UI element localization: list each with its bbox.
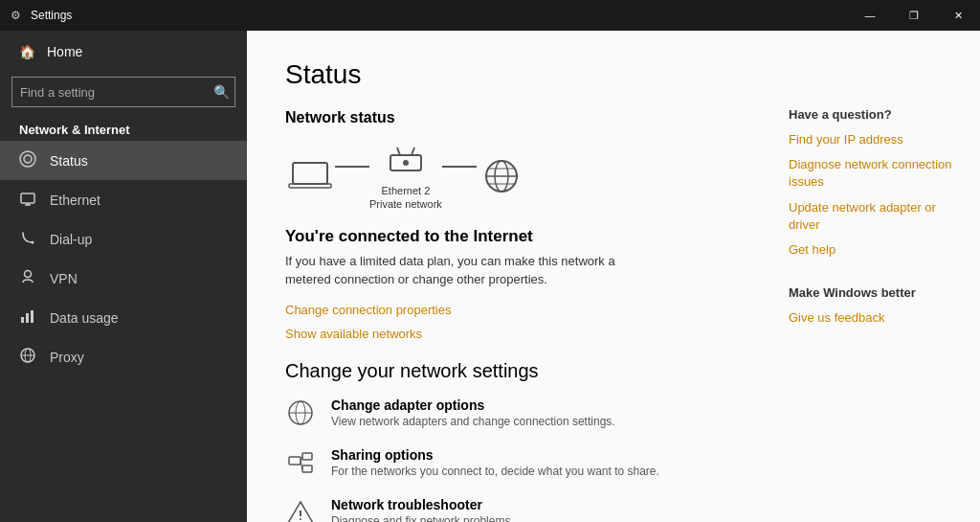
sidebar: 🏠 Home 🔍 Network & Internet Status xyxy=(0,31,247,522)
sidebar-item-dialup[interactable]: Dial-up xyxy=(0,219,247,259)
svg-rect-14 xyxy=(289,184,331,188)
svg-point-34 xyxy=(300,518,301,520)
network-label: Ethernet 2 Private network xyxy=(369,184,442,212)
svg-line-16 xyxy=(397,148,400,155)
svg-point-5 xyxy=(32,241,34,244)
find-ip-link[interactable]: Find your IP address xyxy=(789,131,961,148)
network-diagram: Ethernet 2 Private network xyxy=(285,142,731,212)
maximize-button[interactable]: ❐ xyxy=(892,0,936,31)
titlebar-title: Settings xyxy=(31,9,72,22)
make-better-section: Make Windows better Give us feedback xyxy=(789,285,961,327)
change-connection-link[interactable]: Change connection properties xyxy=(285,303,731,317)
svg-rect-29 xyxy=(302,465,312,472)
svg-point-6 xyxy=(25,271,32,278)
list-item-sharing-options[interactable]: Sharing options For the networks you con… xyxy=(285,447,731,478)
sidebar-item-vpn[interactable]: VPN xyxy=(0,259,247,298)
sharing-options-title: Sharing options xyxy=(331,447,659,463)
svg-rect-27 xyxy=(289,457,301,465)
close-button[interactable]: ✕ xyxy=(936,0,980,31)
network-status-heading: Network status xyxy=(285,109,731,126)
sidebar-item-vpn-label: VPN xyxy=(50,271,78,286)
adapter-options-icon xyxy=(285,397,316,428)
adapter-options-desc: View network adapters and change connect… xyxy=(331,415,615,428)
sharing-options-text: Sharing options For the networks you con… xyxy=(331,447,659,478)
page-title: Status xyxy=(285,59,731,90)
search-box: 🔍 xyxy=(11,77,235,107)
troubleshooter-icon xyxy=(285,497,316,522)
svg-line-31 xyxy=(301,461,302,469)
list-item-adapter-options[interactable]: Change adapter options View network adap… xyxy=(285,397,731,428)
update-adapter-link[interactable]: Update network adapter or driver xyxy=(789,199,961,234)
titlebar-controls: — ❐ ✕ xyxy=(848,0,980,31)
svg-point-0 xyxy=(20,151,35,167)
svg-rect-28 xyxy=(302,453,312,460)
proxy-icon xyxy=(19,347,36,367)
get-help-link[interactable]: Get help xyxy=(789,241,961,259)
sidebar-item-data-usage-label: Data usage xyxy=(50,310,119,326)
adapter-options-title: Change adapter options xyxy=(331,397,615,413)
sidebar-item-status[interactable]: Status xyxy=(0,141,247,180)
titlebar-left: ⚙ Settings xyxy=(8,8,72,23)
net-line-1 xyxy=(335,166,369,168)
adapter-options-text: Change adapter options View network adap… xyxy=(331,397,615,428)
sidebar-item-status-label: Status xyxy=(50,153,88,169)
diagnose-link[interactable]: Diagnose network connection issues xyxy=(789,156,961,191)
sidebar-item-dialup-label: Dial-up xyxy=(50,232,92,247)
sidebar-item-proxy[interactable]: Proxy xyxy=(0,337,247,376)
content-area: Status Network status xyxy=(247,31,980,522)
sidebar-section-title: Network & Internet xyxy=(0,115,247,141)
svg-point-18 xyxy=(403,160,409,166)
troubleshooter-title: Network troubleshooter xyxy=(331,497,514,512)
connected-desc: If you have a limited data plan, you can… xyxy=(285,252,649,289)
dialup-icon xyxy=(19,229,36,249)
home-label: Home xyxy=(47,44,82,59)
net-line-2 xyxy=(442,166,477,168)
sidebar-item-ethernet[interactable]: Ethernet xyxy=(0,180,247,219)
show-networks-link[interactable]: Show available networks xyxy=(285,327,731,341)
content-main: Status Network status xyxy=(247,31,769,522)
troubleshooter-desc: Diagnose and fix network problems. xyxy=(331,514,514,522)
vpn-icon xyxy=(19,268,36,288)
troubleshooter-text: Network troubleshooter Diagnose and fix … xyxy=(331,497,514,522)
status-icon xyxy=(19,150,36,170)
titlebar: ⚙ Settings — ❐ ✕ xyxy=(0,0,980,31)
svg-rect-9 xyxy=(31,310,33,323)
router-icon: Ethernet 2 Private network xyxy=(369,142,442,212)
minimize-button[interactable]: — xyxy=(848,0,892,31)
svg-rect-7 xyxy=(21,317,24,323)
svg-rect-13 xyxy=(293,163,327,184)
svg-rect-8 xyxy=(26,313,29,323)
sidebar-home-item[interactable]: 🏠 Home xyxy=(0,31,247,73)
data-usage-icon xyxy=(19,307,36,328)
settings-titlebar-icon: ⚙ xyxy=(8,8,23,23)
svg-line-17 xyxy=(412,148,414,155)
home-icon: 🏠 xyxy=(19,44,35,59)
list-item-troubleshooter[interactable]: Network troubleshooter Diagnose and fix … xyxy=(285,497,731,522)
make-better-title: Make Windows better xyxy=(789,285,961,300)
ethernet-icon xyxy=(19,190,36,210)
have-question-title: Have a question? xyxy=(789,107,961,122)
main-layout: 🏠 Home 🔍 Network & Internet Status xyxy=(0,31,980,522)
give-feedback-link[interactable]: Give us feedback xyxy=(789,309,961,327)
right-panel: Have a question? Find your IP address Di… xyxy=(769,31,980,522)
sharing-options-desc: For the networks you connect to, decide … xyxy=(331,465,659,478)
search-icon: 🔍 xyxy=(213,84,230,100)
sidebar-item-proxy-label: Proxy xyxy=(50,350,84,365)
search-input[interactable] xyxy=(11,77,235,107)
sidebar-item-data-usage[interactable]: Data usage xyxy=(0,298,247,337)
change-network-heading: Change your network settings xyxy=(285,360,731,382)
globe-icon xyxy=(477,157,526,195)
svg-rect-2 xyxy=(21,193,34,203)
connected-heading: You're connected to the Internet xyxy=(285,227,731,246)
svg-point-1 xyxy=(24,155,32,163)
sharing-options-icon xyxy=(285,447,316,478)
laptop-icon xyxy=(285,157,335,195)
sidebar-item-ethernet-label: Ethernet xyxy=(50,193,100,208)
